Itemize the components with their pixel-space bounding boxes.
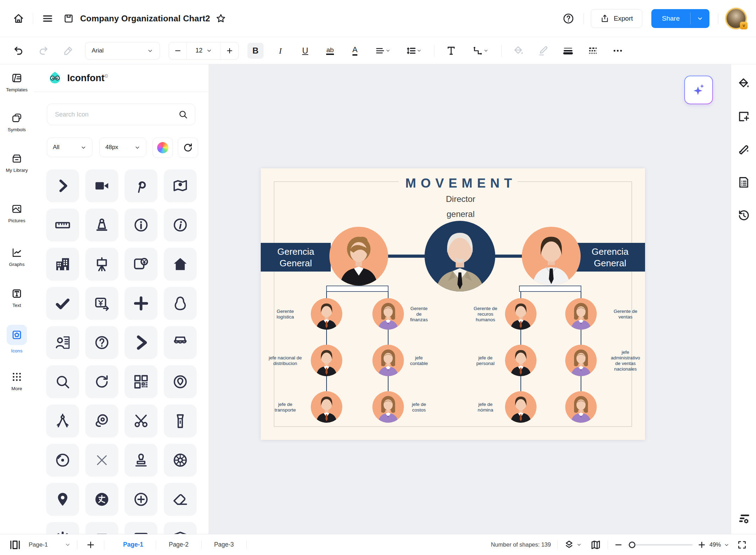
export-button[interactable]: Export (591, 9, 642, 28)
line-style-button[interactable] (585, 43, 601, 59)
icon-tile-close[interactable] (85, 444, 118, 477)
icon-tile-office-building[interactable] (46, 248, 79, 281)
italic-button[interactable]: I (272, 43, 288, 59)
icon-tile-search[interactable] (46, 365, 79, 398)
icon-tile-flashlight[interactable] (164, 405, 197, 437)
icon-tile-stamp[interactable] (125, 444, 158, 477)
avatar-male-suit[interactable] (311, 298, 342, 330)
main-menu-button[interactable] (40, 10, 56, 27)
icon-tile-location-filled[interactable] (46, 483, 79, 516)
icon-tile-home[interactable] (164, 248, 197, 281)
icon-tile-plus-circle[interactable] (125, 483, 158, 516)
tab-page-3[interactable]: Page-3 (202, 539, 246, 551)
icon-tile-binder-clip[interactable] (85, 209, 118, 241)
position-label[interactable]: jefe decostos (412, 402, 426, 413)
font-size-increase-button[interactable] (221, 42, 238, 59)
search-icon[interactable] (178, 110, 188, 119)
more-tools-button[interactable] (610, 43, 626, 59)
icon-tile-video-camera[interactable] (85, 169, 118, 202)
page-selector-dropdown[interactable]: Page-1 (29, 541, 71, 548)
avatar-female-purple[interactable] (565, 298, 597, 330)
fill-style-tool[interactable] (737, 77, 750, 90)
avatar-male-suit[interactable] (505, 345, 537, 376)
icon-tile-map-pin-circle[interactable] (164, 365, 197, 398)
avatar-elder[interactable] (425, 221, 495, 291)
help-button[interactable] (560, 10, 576, 27)
icon-tile-scissors[interactable] (125, 405, 158, 437)
icon-tile-ruler[interactable] (46, 209, 79, 241)
share-label[interactable]: Share (651, 9, 690, 28)
zoom-level-dropdown[interactable] (724, 542, 729, 548)
icon-tile-chevron-right[interactable] (46, 169, 79, 202)
sidebar-item-text[interactable]: Text (0, 288, 34, 309)
share-button[interactable]: Share (651, 9, 709, 28)
sidebar-item-icons[interactable]: Icons (0, 325, 34, 354)
chart-brand-title[interactable]: MOVEMENT (405, 176, 517, 190)
insert-frame-tool[interactable] (737, 110, 750, 123)
avatar-female-purple[interactable] (372, 345, 404, 376)
find-replace-tool[interactable] (731, 512, 756, 526)
navigator-button[interactable] (590, 539, 601, 550)
icon-tile-info-circle[interactable] (125, 209, 158, 241)
zoom-slider-thumb[interactable] (629, 541, 635, 548)
zoom-in-button[interactable] (698, 541, 706, 549)
avatar-female-purple[interactable] (565, 345, 597, 376)
icon-tile-currency-card[interactable] (125, 248, 158, 281)
font-size-decrease-button[interactable] (169, 42, 187, 59)
avatar-male-suit[interactable] (311, 345, 342, 376)
sidebar-item-pictures[interactable]: Pictures (0, 203, 34, 224)
save-button[interactable] (61, 10, 77, 27)
notes-tool[interactable] (737, 176, 750, 189)
org-chart-page[interactable]: MOVEMENTDirectorgeneralGerenciaGeneralGe… (261, 168, 645, 440)
size-filter-select[interactable]: 48px (99, 138, 146, 157)
sidebar-item-templates[interactable]: Templates (0, 72, 34, 93)
position-label[interactable]: jefe denómina (478, 402, 493, 413)
drawing-canvas[interactable]: MOVEMENTDirectorgeneralGerenciaGeneralGe… (209, 64, 731, 534)
bold-button[interactable]: B (247, 43, 264, 59)
icon-tile-map-pin[interactable] (164, 169, 197, 202)
tab-page-2[interactable]: Page-2 (156, 539, 201, 551)
icon-tile-refresh[interactable] (85, 365, 118, 398)
icon-search-input[interactable] (54, 111, 178, 119)
zoom-slider[interactable] (628, 544, 693, 546)
icon-tile-chevron-right-bold[interactable] (125, 326, 158, 359)
avatar-male-white[interactable] (522, 227, 581, 286)
avatar-female-purple[interactable] (565, 391, 597, 423)
connector-button[interactable] (468, 43, 492, 59)
avatar-male-suit[interactable] (311, 391, 342, 423)
position-label[interactable]: Gerentelogística (276, 309, 294, 319)
icon-tile-shield[interactable] (164, 522, 197, 534)
font-family-select[interactable]: Arial (85, 42, 160, 59)
home-button[interactable] (10, 10, 27, 27)
artboard-icon[interactable] (9, 539, 21, 551)
icon-tile-pinterest[interactable] (125, 169, 158, 202)
font-size-select[interactable]: 12 (187, 42, 221, 59)
avatar-male-suit[interactable] (505, 298, 537, 330)
insert-text-button[interactable] (443, 43, 459, 59)
position-label[interactable]: jefe nacional dedistribucion (268, 355, 302, 366)
ai-assistant-button[interactable] (684, 76, 713, 104)
font-color-button[interactable]: A (347, 43, 363, 59)
line-spacing-button[interactable] (402, 43, 425, 59)
underline-button[interactable]: U (297, 43, 313, 59)
icon-tile-gear[interactable] (46, 522, 79, 534)
org-chart-svg[interactable]: MOVEMENTDirectorgeneralGerenciaGeneralGe… (261, 168, 645, 440)
tab-page-1[interactable]: Page-1 (111, 539, 156, 551)
sidebar-item-my-library[interactable]: My Library (0, 153, 34, 174)
refresh-icons-button[interactable] (178, 138, 198, 158)
format-painter-button[interactable] (60, 43, 76, 59)
user-avatar[interactable]: v (727, 9, 746, 28)
icon-tile-wheel[interactable] (164, 444, 197, 477)
root-label[interactable]: Director (446, 194, 475, 204)
sidebar-item-more[interactable]: More (0, 371, 34, 392)
icon-tile-drafting-compass[interactable] (46, 405, 79, 437)
icon-tile-eraser[interactable] (164, 483, 197, 516)
icon-tile-plus[interactable] (125, 287, 158, 320)
icon-tile-easel[interactable] (85, 248, 118, 281)
history-tool[interactable] (737, 209, 750, 222)
icon-tile-penguin[interactable] (164, 287, 197, 320)
icon-tile-info-circle-alt[interactable] (164, 209, 197, 241)
sidebar-item-graphs[interactable]: Graphs (0, 247, 34, 268)
icon-tile-checkmark[interactable] (46, 287, 79, 320)
text-align-button[interactable] (372, 43, 393, 59)
